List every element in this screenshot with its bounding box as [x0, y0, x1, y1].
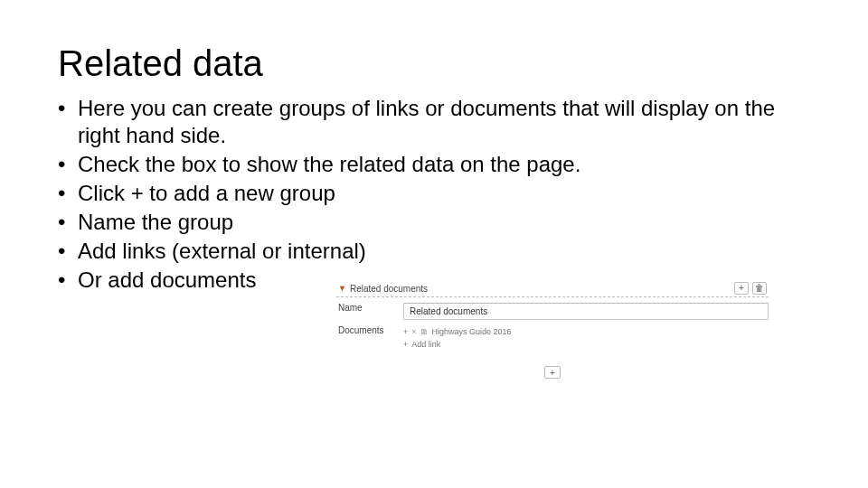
add-group-button[interactable]: +: [544, 366, 561, 379]
add-link-row[interactable]: + Add link: [403, 338, 769, 351]
name-input[interactable]: [403, 303, 769, 320]
bullet-list: Here you can create groups of links or d…: [58, 95, 810, 294]
remove-x-icon[interactable]: ×: [411, 328, 416, 336]
panel-delete-button[interactable]: 🗑: [752, 282, 767, 295]
bullet-item: Check the box to show the related data o…: [58, 151, 810, 178]
document-page-icon: 🗎: [420, 328, 429, 336]
documents-field-label: Documents: [336, 325, 403, 335]
name-field-label: Name: [336, 303, 403, 313]
panel-header-label: Related documents: [350, 284, 731, 294]
add-group-row: +: [336, 366, 769, 379]
panel-add-button[interactable]: +: [734, 282, 749, 295]
bullet-item: Click + to add a new group: [58, 180, 810, 207]
reorder-plus-icon[interactable]: +: [403, 328, 408, 336]
bullet-item: Here you can create groups of links or d…: [58, 95, 810, 149]
add-link-plus-icon: +: [403, 341, 408, 349]
panel-body: Name Documents + × 🗎 Highways Guide 2016…: [336, 297, 769, 353]
bullet-item: Name the group: [58, 209, 810, 236]
panel-header: ▼ Related documents + 🗑: [336, 280, 769, 297]
collapse-triangle-icon[interactable]: ▼: [338, 285, 346, 293]
slide-title: Related data: [58, 43, 810, 84]
document-item-text[interactable]: Highways Guide 2016: [432, 325, 512, 338]
add-link-text: Add link: [411, 338, 440, 351]
document-item: + × 🗎 Highways Guide 2016: [403, 325, 769, 338]
related-documents-panel: ▼ Related documents + 🗑 Name Documents +…: [336, 280, 769, 379]
bullet-item: Add links (external or internal): [58, 238, 810, 265]
